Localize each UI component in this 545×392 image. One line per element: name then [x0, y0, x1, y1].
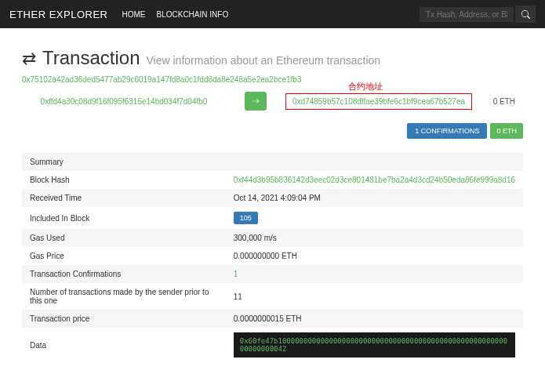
row-value: 105: [226, 207, 523, 229]
row-key: Received Time: [22, 189, 226, 207]
row-key: Gas Price: [22, 247, 226, 265]
row-key: Transaction price: [22, 310, 226, 328]
transfer-icon: ⇄: [22, 49, 36, 69]
search-button[interactable]: [515, 5, 536, 23]
address-row: 0xffd4a30c08d9f16f095f6315e14bd034f7d04f…: [22, 92, 523, 111]
page-title-row: ⇄ Transaction View information about an …: [22, 47, 523, 69]
table-row: Number of transactions made by the sende…: [22, 283, 523, 310]
row-value: 0.000000000 ETH: [226, 247, 523, 265]
row-key: Gas Used: [22, 229, 226, 247]
row-value: 11: [226, 283, 523, 310]
row-value: 0x60fe47b1000000000000000000000000000000…: [226, 328, 523, 362]
row-key: Included In Block: [22, 207, 226, 229]
tx-hash[interactable]: 0x75102a42ad36ded5477ab29c6019a147fd8a0c…: [22, 75, 523, 84]
row-key: Number of transactions made by the sende…: [22, 283, 226, 310]
arrow-right-icon: [252, 97, 260, 105]
search-wrap: [420, 5, 536, 23]
navbar: ETHER EXPLORER HOME BLOCKCHAIN INFO: [0, 0, 545, 28]
block-badge[interactable]: 105: [234, 212, 258, 224]
row-key: Block Hash: [22, 171, 226, 189]
row-value: Oct 14, 2021 4:09:04 PM: [226, 189, 523, 207]
nav-blockchain[interactable]: BLOCKCHAIN INFO: [156, 10, 228, 19]
summary-table: Summary Block Hash0xf44d3b95b836142d3eec…: [22, 153, 523, 362]
eth-amount-button[interactable]: 0 ETH: [490, 123, 523, 139]
row-value: 0xf44d3b95b836142d3eec02d3ce801481be7ba2…: [226, 171, 523, 189]
table-row: Gas Price0.000000000 ETH: [22, 247, 523, 265]
table-row: Received TimeOct 14, 2021 4:09:04 PM: [22, 189, 523, 207]
to-address[interactable]: 0xd74859b57c108dffae39bfe6c1bf9cea67b527…: [285, 93, 472, 110]
search-input[interactable]: [420, 7, 514, 22]
table-row: Transaction price0.0000000015 ETH: [22, 310, 523, 328]
brand[interactable]: ETHER EXPLORER: [9, 9, 107, 20]
table-row: Block Hash0xf44d3b95b836142d3eec02d3ce80…: [22, 171, 523, 189]
table-row: Transaction Confirmations1: [22, 265, 523, 283]
arrow-button[interactable]: [245, 92, 267, 111]
row-value: 300,000 m/s: [226, 229, 523, 247]
page-subtitle: View information about an Ethereum trans…: [147, 54, 381, 67]
to-address-annotation: 合约地址: [348, 81, 383, 93]
nav-home[interactable]: HOME: [122, 10, 145, 19]
row-value: 0.0000000015 ETH: [226, 310, 523, 328]
table-row: Included In Block105: [22, 207, 523, 229]
from-address[interactable]: 0xffd4a30c08d9f16f095f6315e14bd034f7d04f…: [22, 97, 226, 106]
data-hex: 0x60fe47b1000000000000000000000000000000…: [234, 332, 515, 358]
table-row: Data0x60fe47b100000000000000000000000000…: [22, 328, 523, 362]
search-icon: [521, 10, 530, 19]
row-key: Transaction Confirmations: [22, 265, 226, 283]
table-row: Gas Used300,000 m/s: [22, 229, 523, 247]
page-title: Transaction: [42, 47, 140, 69]
confirm-row: 1 CONFIRMATIONS 0 ETH: [22, 123, 523, 139]
confirmations-button[interactable]: 1 CONFIRMATIONS: [407, 123, 487, 139]
summary-header: Summary: [22, 153, 523, 171]
tx-amount: 0 ETH: [472, 97, 523, 106]
row-value: 1: [226, 265, 523, 283]
row-key: Data: [22, 328, 226, 362]
